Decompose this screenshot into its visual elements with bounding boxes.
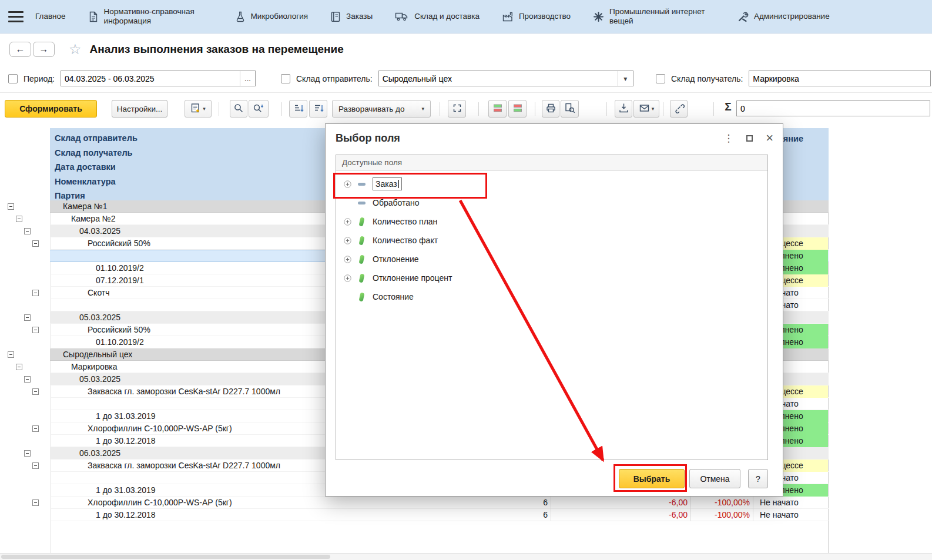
row-gutter [0,299,50,311]
collapse-minus-icon[interactable] [32,388,39,395]
collapse-minus-icon[interactable] [24,228,31,234]
nav-item-production[interactable]: Производство [502,11,571,22]
collapse-minus-icon[interactable] [24,450,31,457]
expand-plus-icon[interactable] [344,180,351,188]
menu-dots-icon[interactable]: ⋮ [723,132,733,145]
collapse-minus-icon[interactable] [8,203,14,210]
select-button[interactable]: Выбрать [619,469,685,488]
receiver-checkbox[interactable] [656,74,665,83]
sort-desc-button[interactable] [309,100,327,118]
expand-plus-icon[interactable] [344,237,351,244]
fullscreen-button[interactable] [448,100,466,118]
period-more-button[interactable]: ... [240,71,255,86]
appearance-settings-button[interactable] [508,100,527,118]
collapse-minus-icon[interactable] [32,290,39,296]
expand-plus-icon[interactable] [344,274,351,282]
field-items: ЗаказОбработаноКоличество планКоличество… [336,171,767,306]
collapse-minus-icon[interactable] [16,216,22,222]
sum-input[interactable] [737,104,930,113]
back-button[interactable]: ← [9,42,31,57]
send-mail-button[interactable]: ▾ [633,100,659,118]
nav-item-main[interactable]: Главное [35,12,66,21]
table-row[interactable]: Хлорофиллин С-10,000P-WS-AP (5кг)6-6,00-… [0,497,829,509]
scrollbar-thumb[interactable] [1,555,330,559]
row-gutter [0,484,50,497]
status-cell: Не начато [757,509,828,521]
row-gutter [0,398,50,410]
conditional-appearance-button[interactable] [488,100,507,118]
report-variants-button[interactable]: ▾ [185,100,212,118]
row-gutter [0,250,50,262]
receiver-label: Склад получатель: [671,74,743,83]
hamburger-menu-button[interactable] [8,11,24,22]
row-gutter [0,336,50,348]
collapse-minus-icon[interactable] [32,327,39,333]
download-button[interactable] [615,100,632,118]
search-continue-icon [253,103,264,115]
nav-item-label: Главное [35,12,66,21]
expand-plus-icon[interactable] [344,256,351,263]
row-gutter [0,472,50,484]
collapse-minus-icon[interactable] [24,376,31,383]
field-name-editbox[interactable]: Заказ [373,177,402,190]
collapse-minus-icon[interactable] [24,314,31,321]
nav-item-reference[interactable]: Нормативно-справочная информация [88,7,213,25]
close-icon[interactable]: × [766,132,773,145]
search-next-button[interactable] [249,100,269,118]
help-button[interactable]: ? [748,469,768,488]
field-item[interactable]: Отклонение процент [336,269,767,287]
collapse-minus-icon[interactable] [32,240,39,247]
sort-asc-button[interactable] [289,100,307,118]
dropdown-arrow-icon: ▾ [652,106,655,112]
print-preview-button[interactable] [561,100,579,118]
appearance-red-green-icon [512,103,523,115]
nav-item-warehouse-delivery[interactable]: Склад и доставка [395,11,480,22]
row-label: 1 до 31.03.2019 [50,410,156,422]
settings-button[interactable]: Настройки... [112,100,167,118]
receiver-input[interactable] [749,74,930,83]
collapse-minus-icon[interactable] [32,499,39,506]
top-nav: ГлавноеНормативно-справочная информацияМ… [0,0,932,33]
sender-label: Склад отправитель: [296,74,373,83]
maximize-icon[interactable] [746,135,753,142]
print-button[interactable] [542,100,559,118]
value-field-icon [357,236,366,245]
field-item-label: Количество план [373,217,437,226]
doc-icon [88,11,99,22]
expand-to-button[interactable]: Разворачивать до ▾ [332,100,431,118]
field-item[interactable]: Количество факт [336,231,767,250]
get-link-button[interactable] [670,100,688,118]
nav-item-microbiology[interactable]: Микробиология [235,11,309,22]
nav-item-industrial-iot[interactable]: Промышленный интернет вещей [593,7,715,25]
generate-button[interactable]: Сформировать [5,100,97,118]
favorite-star-icon[interactable]: ☆ [69,42,82,56]
field-item[interactable]: Состояние [336,287,767,306]
sender-dropdown-arrow-icon[interactable]: ▾ [618,71,633,86]
nav-item-orders[interactable]: Заказы [330,11,373,22]
nav-item-administration[interactable]: Администрирование [737,11,830,22]
nav-item-label: Микробиология [251,12,309,21]
table-row[interactable]: 1 до 30.12.20186-6,00-100,00%Не начато [0,509,829,521]
row-gutter [0,324,50,336]
horizontal-scrollbar[interactable] [0,553,932,560]
sender-checkbox[interactable] [281,74,290,83]
period-checkbox[interactable] [8,74,18,83]
field-item[interactable]: Заказ [336,175,767,193]
period-input[interactable] [61,74,240,83]
nav-item-label: Администрирование [754,12,830,21]
field-item-label: Отклонение процент [373,273,452,283]
field-item[interactable]: Отклонение [336,250,767,269]
sender-input[interactable] [379,74,618,83]
expand-plus-icon[interactable] [344,218,351,226]
collapse-minus-icon[interactable] [32,462,39,469]
field-item[interactable]: Количество план [336,212,767,231]
collapse-minus-icon[interactable] [8,351,14,358]
receiver-filter: Склад получатель: [656,71,931,86]
cancel-button[interactable]: Отмена [689,469,740,488]
field-item[interactable]: Обработано [336,193,767,212]
row-gutter [0,435,50,447]
forward-button[interactable]: → [33,42,55,57]
search-button[interactable] [230,100,247,118]
collapse-minus-icon[interactable] [32,425,39,432]
collapse-minus-icon[interactable] [16,364,22,370]
